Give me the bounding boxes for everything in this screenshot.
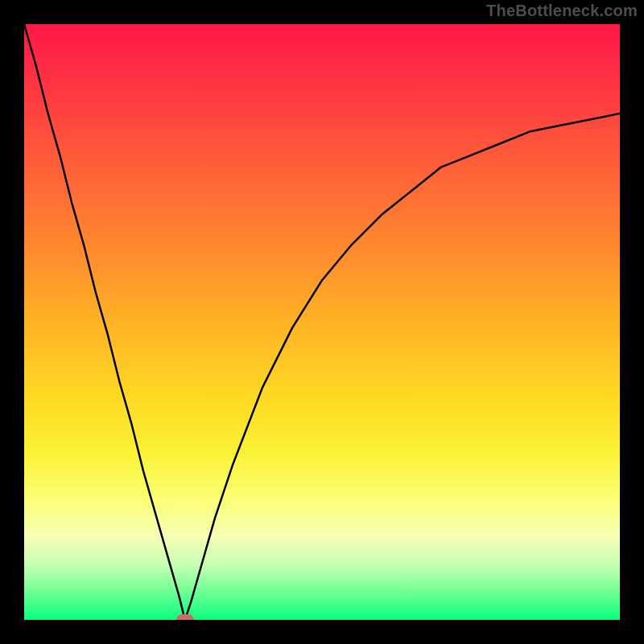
plot-area [24, 24, 620, 620]
optimal-point-marker [176, 614, 194, 620]
bottleneck-curve [24, 24, 620, 620]
chart-frame: TheBottleneck.com [0, 0, 644, 644]
watermark-text: TheBottleneck.com [486, 2, 638, 20]
